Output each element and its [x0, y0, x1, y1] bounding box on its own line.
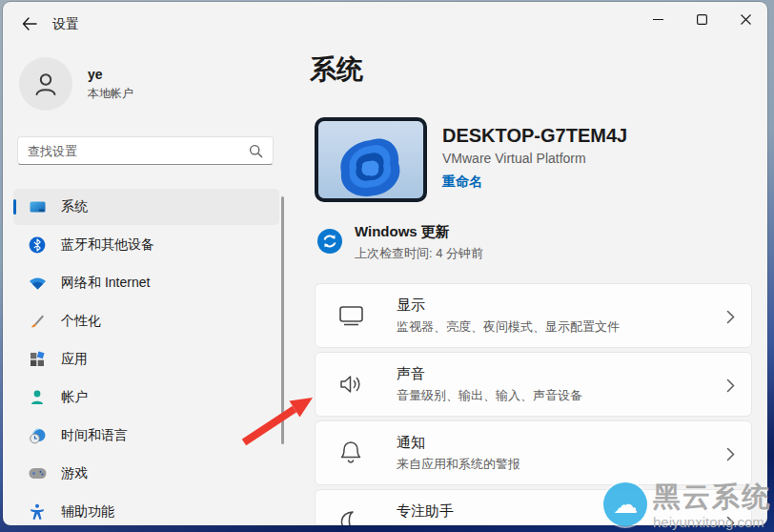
minimize-icon — [653, 14, 663, 25]
avatar — [19, 57, 72, 111]
sidebar-item-label: 系统 — [61, 198, 88, 215]
cloud-logo-icon: ☁ — [603, 482, 647, 526]
sidebar-item-label: 网络和 Internet — [61, 275, 150, 292]
sidebar-item-accessibility[interactable]: 辅助功能 — [13, 494, 279, 525]
page-title: 系统 — [310, 51, 363, 88]
card-title: 专注助手 — [397, 502, 483, 521]
gamepad-icon — [28, 464, 47, 483]
user-name: ye — [88, 67, 133, 82]
annotation-arrow — [234, 389, 322, 450]
sidebar-item-network-internet[interactable]: 网络和 Internet — [13, 265, 279, 301]
card-title: 声音 — [397, 365, 582, 383]
card-display[interactable]: 显示 监视器、亮度、夜间模式、显示配置文件 — [315, 283, 752, 348]
search-icon — [249, 144, 263, 158]
bell-icon — [337, 440, 364, 466]
sidebar-item-gaming[interactable]: 游戏 — [13, 456, 279, 492]
chevron-right-icon — [726, 447, 735, 461]
close-button[interactable] — [723, 2, 767, 36]
bluetooth-icon — [28, 235, 47, 255]
accounts-icon — [28, 388, 47, 407]
card-sound[interactable]: 声音 音量级别、输出、输入、声音设备 — [315, 352, 752, 417]
sidebar-item-bluetooth-devices[interactable]: 蓝牙和其他设备 — [13, 227, 279, 263]
apps-icon — [28, 350, 47, 369]
watermark-name: 黑云系统 — [653, 479, 771, 517]
windows-update-icon — [317, 229, 342, 254]
card-subtitle: 来自应用和系统的警报 — [397, 456, 520, 473]
card-subtitle: 通知、自动规则 — [397, 524, 483, 526]
windows-update-title: Windows 更新 — [355, 223, 483, 241]
windows-update-status: 上次检查时间: 4 分钟前 — [355, 245, 483, 262]
user-account-row[interactable]: ye 本地帐户 — [19, 57, 133, 111]
chevron-right-icon — [726, 310, 735, 324]
wifi-icon — [28, 274, 47, 293]
person-icon — [31, 70, 60, 98]
back-arrow-icon — [22, 17, 37, 31]
sidebar-item-personalization[interactable]: 个性化 — [13, 303, 279, 339]
settings-window: 设置 — [3, 2, 767, 525]
sidebar-item-apps[interactable]: 应用 — [13, 341, 279, 378]
maximize-icon — [697, 14, 707, 25]
sidebar-item-label: 时间和语言 — [61, 427, 128, 444]
card-title: 通知 — [397, 434, 520, 452]
sidebar-item-label: 应用 — [61, 351, 88, 368]
accessibility-icon — [28, 502, 47, 522]
display-icon — [337, 302, 364, 329]
watermark: ☁ 黑云系统 heiyunxitong.com — [603, 479, 771, 530]
device-name: DESKTOP-G7TEM4J — [442, 125, 627, 147]
moon-icon — [337, 508, 364, 525]
bloom-wallpaper-graphic — [330, 133, 412, 201]
brush-icon — [28, 312, 47, 331]
watermark-url: heiyunxitong.com — [653, 514, 771, 530]
sidebar-item-label: 游戏 — [61, 465, 88, 482]
sound-icon — [337, 371, 364, 398]
back-button[interactable] — [16, 11, 43, 36]
sidebar-nav: 系统 蓝牙和其他设备 网络和 Internet — [13, 189, 279, 525]
clock-globe-icon — [28, 426, 47, 445]
windows-update-row[interactable]: Windows 更新 上次检查时间: 4 分钟前 — [317, 223, 483, 262]
card-notifications[interactable]: 通知 来自应用和系统的警报 — [315, 420, 752, 485]
selected-indicator — [13, 199, 16, 215]
sidebar-item-label: 辅助功能 — [61, 503, 114, 521]
sidebar-item-label: 个性化 — [61, 313, 101, 330]
sidebar-item-label: 蓝牙和其他设备 — [61, 236, 154, 254]
settings-search[interactable] — [17, 136, 274, 165]
device-model: VMware Virtual Platform — [442, 151, 627, 166]
system-icon — [28, 197, 47, 216]
chevron-right-icon — [726, 379, 735, 393]
window-title: 设置 — [52, 16, 79, 33]
card-subtitle: 监视器、亮度、夜间模式、显示配置文件 — [397, 318, 620, 336]
rename-link[interactable]: 重命名 — [442, 174, 627, 191]
search-input[interactable] — [28, 144, 249, 158]
titlebar: 设置 — [3, 2, 767, 44]
user-account-type: 本地帐户 — [88, 86, 133, 102]
card-subtitle: 音量级别、输出、输入、声音设备 — [397, 387, 582, 404]
sidebar-item-label: 帐户 — [61, 389, 88, 406]
maximize-button[interactable] — [680, 2, 723, 36]
device-info-row: DESKTOP-G7TEM4J VMware Virtual Platform … — [315, 117, 627, 202]
close-icon — [741, 14, 751, 25]
sidebar-item-system[interactable]: 系统 — [13, 189, 279, 225]
minimize-button[interactable] — [636, 2, 680, 36]
card-title: 显示 — [397, 297, 620, 315]
window-controls — [636, 2, 767, 36]
device-thumbnail — [315, 117, 427, 202]
